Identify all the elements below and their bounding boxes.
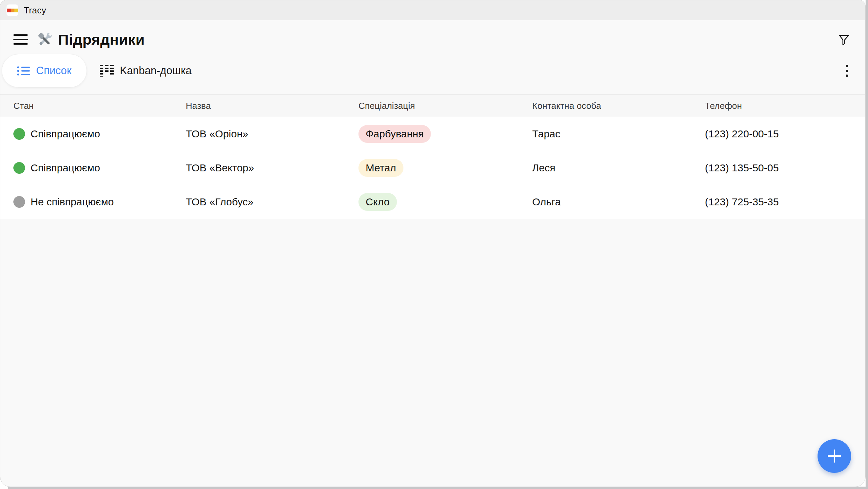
status-label: Не співпрацюємо [31,196,114,208]
logo-square-yellow [14,9,18,12]
contact-cell: Ольга [532,196,705,208]
table-row[interactable]: Співпрацюємо ТОВ «Оріон» Фарбування Тара… [0,117,865,151]
plus-icon [825,447,843,465]
specialization-badge: Метал [358,159,403,177]
tab-list-label: Список [36,65,71,77]
funnel-icon [838,33,850,46]
tab-kanban-label: Kanban-дошка [120,65,192,77]
column-header-status: Стан [13,101,186,111]
page-title: Підрядники [58,31,145,48]
status-dot-icon [13,196,25,208]
specialization-badge: Скло [358,193,397,211]
phone-cell: (123) 725-35-35 [705,196,865,208]
name-cell: ТОВ «Глобус» [186,196,358,208]
status-dot-icon [13,162,25,174]
table-row[interactable]: Співпрацюємо ТОВ «Вектор» Метал Леся (12… [0,151,865,185]
name-cell: ТОВ «Вектор» [186,162,358,174]
more-options-button[interactable] [844,63,850,79]
column-header-phone: Телефон [705,101,865,111]
status-dot-icon [13,128,25,140]
table-header-row: Стан Назва Спеціалізація Контактна особа… [0,94,865,117]
table-body: Співпрацюємо ТОВ «Оріон» Фарбування Тара… [0,117,865,219]
status-cell: Не співпрацюємо [13,196,186,208]
status-cell: Співпрацюємо [13,128,186,140]
specialization-cell: Фарбування [358,125,532,143]
status-cell: Співпрацюємо [13,162,186,174]
logo-square-red [7,9,11,12]
page-header: Підрядники [13,29,852,50]
column-header-contact: Контактна особа [532,101,705,111]
name-cell: ТОВ «Оріон» [186,128,358,140]
table-row[interactable]: Не співпрацюємо ТОВ «Глобус» Скло Ольга … [0,185,865,219]
contact-cell: Тарас [532,128,705,140]
contractors-table: Стан Назва Спеціалізація Контактна особа… [0,94,865,219]
filter-button[interactable] [836,32,852,47]
hamburger-menu-icon[interactable] [13,34,28,45]
contact-cell: Леся [532,162,705,174]
tab-kanban-view[interactable]: Kanban-дошка [100,65,192,77]
status-label: Співпрацюємо [31,162,100,174]
titlebar: Tracy [0,0,865,20]
tab-list-view[interactable]: Список [2,54,87,88]
phone-cell: (123) 135-50-05 [705,162,865,174]
bulleted-list-icon [17,66,30,76]
window-edge-right [866,0,868,489]
column-header-name: Назва [186,101,358,111]
phone-cell: (123) 220-00-15 [705,128,865,140]
app-window: Tracy Підрядники [0,0,866,487]
app-logo-icon [7,4,18,16]
hammer-and-wrench-icon [37,31,53,48]
status-label: Співпрацюємо [31,128,100,140]
specialization-cell: Скло [358,193,532,211]
add-contractor-button[interactable] [818,439,851,473]
window-edge-bottom [8,487,868,489]
kanban-board-icon [100,65,114,77]
app-title: Tracy [24,5,46,16]
logo-square-orange [11,9,14,12]
specialization-cell: Метал [358,159,532,177]
view-switcher: Список Kanban-дошка [0,54,865,88]
specialization-badge: Фарбування [358,125,431,143]
column-header-specialization: Спеціалізація [358,101,532,111]
